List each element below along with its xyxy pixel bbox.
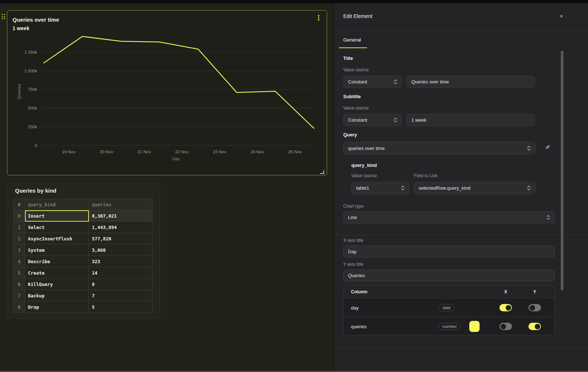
query-kind-cell[interactable]: Backup bbox=[25, 290, 89, 301]
tab-active-underline bbox=[339, 47, 367, 48]
y-toggle[interactable] bbox=[528, 304, 541, 311]
query-kind-cell[interactable]: Select bbox=[25, 222, 89, 233]
x-tick-label: 20 Nov bbox=[100, 150, 113, 154]
queries-count-cell[interactable]: 1,443,894 bbox=[89, 222, 153, 233]
y-toggle[interactable] bbox=[528, 323, 541, 330]
table-row[interactable]: 8Drop5 bbox=[14, 301, 153, 313]
y-axis-title-input[interactable]: Queries bbox=[343, 269, 555, 282]
x-tick-label: 23 Nov bbox=[213, 150, 226, 154]
kind-table-header: # bbox=[14, 199, 25, 210]
column-name: queries bbox=[351, 324, 438, 329]
close-icon[interactable]: × bbox=[558, 12, 565, 20]
row-index-cell: 7 bbox=[14, 290, 25, 301]
table-row[interactable]: 6KillQuery8 bbox=[14, 279, 153, 290]
edit-query-pencil-icon[interactable]: ✎ bbox=[545, 144, 552, 149]
x-axis-title: Day bbox=[7, 157, 326, 161]
chart-title: Queries over time bbox=[12, 17, 59, 23]
chart-type-label: Chart type bbox=[343, 204, 363, 209]
x-tick-label: 21 Nov bbox=[137, 150, 151, 154]
table-row[interactable]: 0Insert8,307,021 bbox=[14, 210, 153, 222]
y-tick-label: 250k bbox=[28, 125, 37, 129]
field-to-link-select[interactable]: selectedRow.query_kind bbox=[414, 182, 535, 194]
divider bbox=[334, 30, 588, 31]
kind-table-header: queries bbox=[89, 199, 153, 210]
x-tick-label: 22 Nov bbox=[175, 150, 189, 154]
kebab-menu-icon[interactable] bbox=[318, 15, 319, 21]
chart-type-select[interactable]: Line bbox=[343, 211, 555, 223]
subtitle-value-input[interactable]: 1 week bbox=[406, 114, 535, 126]
query-select[interactable]: queries over time bbox=[343, 142, 535, 154]
table-header-row: #query_kindqueries bbox=[14, 199, 153, 210]
panel-scrollbar[interactable] bbox=[561, 51, 563, 290]
table-card[interactable]: Queries by kind #query_kindqueries 0Inse… bbox=[7, 183, 160, 318]
query-kind-cell[interactable]: Describe bbox=[25, 256, 89, 267]
value-source-label: Value source bbox=[351, 173, 377, 178]
row-index-cell: 2 bbox=[14, 233, 25, 244]
title-source-select[interactable]: Constant bbox=[343, 76, 402, 88]
query-kind-cell[interactable]: System bbox=[25, 244, 89, 256]
query-kind-cell[interactable]: KillQuery bbox=[25, 279, 89, 290]
chevron-updown-icon bbox=[527, 146, 531, 151]
row-index-cell: 8 bbox=[14, 301, 25, 313]
kind-table-header: query_kind bbox=[25, 199, 89, 210]
title-value: Queries over time bbox=[411, 79, 449, 85]
table-row[interactable]: 7Backup7 bbox=[14, 290, 153, 301]
field-to-link-value: selectedRow.query_kind bbox=[419, 185, 470, 191]
drag-handle-icon[interactable] bbox=[2, 14, 5, 21]
tab-general[interactable]: General bbox=[343, 37, 361, 43]
y-tick-label: 0 bbox=[35, 143, 37, 148]
x-toggle[interactable] bbox=[499, 304, 512, 311]
queries-count-cell[interactable]: 577,820 bbox=[89, 233, 153, 244]
row-index-cell: 3 bbox=[14, 244, 25, 256]
table-row[interactable]: 1Select1,443,894 bbox=[14, 222, 153, 233]
query-kind-cell[interactable]: Insert bbox=[25, 210, 89, 222]
column-config-row: queriesnumber bbox=[344, 317, 555, 335]
resize-handle[interactable] bbox=[320, 170, 324, 174]
queries-count-cell[interactable]: 7 bbox=[89, 290, 153, 301]
subtitle-source-select[interactable]: Constant bbox=[343, 114, 402, 126]
series-color-swatch[interactable] bbox=[469, 321, 480, 332]
column-config-row: daydate bbox=[344, 298, 555, 317]
columns-table-header: ColumnXY bbox=[344, 286, 555, 298]
query-kind-heading: query_kind bbox=[351, 162, 377, 168]
y-tick-label: 750k bbox=[28, 87, 37, 92]
table-row[interactable]: 5Create14 bbox=[14, 267, 153, 279]
y-tick-label: 1 250k bbox=[24, 50, 37, 54]
edit-element-panel: Edit Element × General Title Value sourc… bbox=[333, 3, 588, 372]
query-kind-cell[interactable]: Drop bbox=[25, 301, 89, 313]
queries-count-cell[interactable]: 14 bbox=[89, 267, 153, 279]
subtitle-source-value: Constant bbox=[348, 117, 367, 123]
queries-count-cell[interactable]: 323 bbox=[89, 256, 153, 267]
table-row[interactable]: 3System3,060 bbox=[14, 244, 153, 256]
y-axis-title-label: Y axis title bbox=[343, 262, 363, 267]
y-header-label: Y bbox=[521, 289, 548, 294]
query-kind-cell[interactable]: AsyncInsertFlush bbox=[25, 233, 89, 244]
panel-title: Edit Element bbox=[343, 13, 372, 19]
row-index-cell: 1 bbox=[14, 222, 25, 233]
title-section-heading: Title bbox=[343, 56, 353, 61]
query-select-value: queries over time bbox=[348, 146, 385, 151]
table-row[interactable]: 4Describe323 bbox=[14, 256, 153, 267]
x-tick-label: 24 Nov bbox=[251, 150, 264, 154]
queries-count-cell[interactable]: 5 bbox=[89, 301, 153, 313]
x-toggle[interactable] bbox=[499, 323, 512, 330]
chevron-updown-icon bbox=[527, 185, 531, 191]
value-source-label: Value source bbox=[343, 67, 369, 72]
row-index-cell: 4 bbox=[14, 256, 25, 267]
chevron-updown-icon bbox=[394, 117, 397, 123]
x-tick-label: 19 Nov bbox=[62, 150, 76, 154]
queries-count-cell[interactable]: 3,060 bbox=[89, 244, 153, 256]
queries-count-cell[interactable]: 8,307,021 bbox=[89, 210, 153, 222]
row-index-cell: 0 bbox=[14, 210, 25, 222]
title-source-value: Constant bbox=[348, 79, 367, 85]
chart-card[interactable]: 0250k500k750k1 000k1 250k19 Nov20 Nov21 … bbox=[7, 10, 327, 175]
queries-by-kind-table: #query_kindqueries 0Insert8,307,0211Sele… bbox=[13, 199, 153, 313]
x-tick-label: 25 Nov bbox=[288, 150, 302, 154]
query-kind-cell[interactable]: Create bbox=[25, 267, 89, 279]
table-row[interactable]: 2AsyncInsertFlush577,820 bbox=[14, 233, 153, 244]
queries-count-cell[interactable]: 8 bbox=[89, 279, 153, 290]
query-kind-source-select[interactable]: table1 bbox=[351, 182, 409, 194]
title-value-input[interactable]: Queries over time bbox=[406, 76, 535, 88]
x-axis-title-input[interactable]: Day bbox=[343, 246, 555, 258]
column-header-label: Column bbox=[351, 289, 438, 294]
